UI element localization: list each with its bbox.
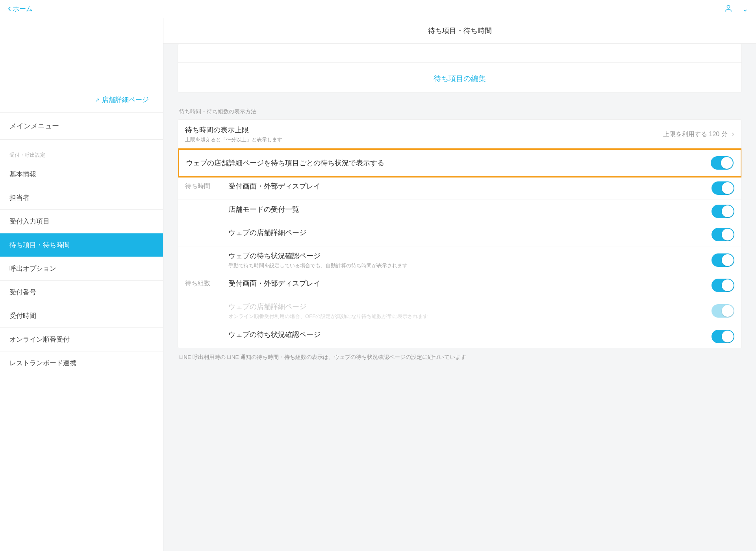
wait-time-limit-value: 上限を利用する 120 分 <box>663 130 728 139</box>
sidebar-item[interactable]: 待ち項目・待ち時間 <box>0 233 163 257</box>
sidebar-item[interactable]: 基本情報 <box>0 163 163 186</box>
wait-count-group-label <box>185 302 228 303</box>
show-per-item-status-row: ウェブの店舗詳細ページを待ち項目ごとの待ち状況で表示する <box>178 148 742 178</box>
toggle-switch[interactable] <box>712 228 734 241</box>
sidebar-top: ↗ 店舗詳細ページ <box>0 18 163 113</box>
setting-row: ウェブの店舗詳細ページオンライン順番受付利用の場合、OFFの設定が無効になり待ち… <box>178 297 741 325</box>
main-scroll[interactable]: 待ち項目の編集 待ち時間・待ち組数の表示方法 待ち時間の表示上限 上限を超えると… <box>163 44 756 551</box>
chevron-left-icon: ‹ <box>8 4 11 13</box>
toggle-switch[interactable] <box>712 205 734 218</box>
wait-time-limit-label: 待ち時間の表示上限 <box>185 125 663 135</box>
edit-card: 待ち項目の編集 <box>178 44 742 92</box>
display-method-section-label: 待ち時間・待ち組数の表示方法 <box>179 108 740 115</box>
setting-label: ウェブの店舗詳細ページ <box>228 228 712 237</box>
sidebar-item[interactable]: 呼出オプション <box>0 257 163 281</box>
setting-label: 店舗モードの受付一覧 <box>228 205 712 214</box>
back-label: ホーム <box>13 4 33 13</box>
store-details-link[interactable]: ↗ 店舗詳細ページ <box>95 95 149 104</box>
topbar: ‹ ホーム ⌄ <box>0 0 756 18</box>
setting-row: 待ち組数受付画面・外部ディスプレイ <box>178 274 741 297</box>
wait-count-group-label: 待ち組数 <box>185 279 228 288</box>
wait-time-group-label <box>185 251 228 252</box>
user-icon[interactable] <box>724 4 733 14</box>
chevron-down-icon[interactable]: ⌄ <box>742 5 748 13</box>
toggle-show-per-item-status[interactable] <box>711 156 734 170</box>
sidebar-section-heading: 受付・呼出設定 <box>0 140 163 163</box>
setting-label: 受付画面・外部ディスプレイ <box>228 181 712 191</box>
store-link-label: 店舗詳細ページ <box>102 95 149 104</box>
toggle-switch[interactable] <box>712 253 734 267</box>
sidebar-item[interactable]: 受付番号 <box>0 281 163 304</box>
wait-time-group-label <box>185 228 228 229</box>
wait-time-limit-sub: 上限を超えると「〜分以上」と表示します <box>185 136 663 143</box>
setting-sub: オンライン順番受付利用の場合、OFFの設定が無効になり待ち組数が常に表示されます <box>228 313 712 320</box>
sidebar-main-heading[interactable]: メインメニュー <box>0 113 163 140</box>
wait-time-limit-row[interactable]: 待ち時間の表示上限 上限を超えると「〜分以上」と表示します 上限を利用する 12… <box>178 120 741 149</box>
edit-wait-items-link[interactable]: 待ち項目の編集 <box>178 62 741 92</box>
wait-time-group-label: 待ち時間 <box>185 181 228 190</box>
page-title: 待ち項目・待ち時間 <box>163 18 756 44</box>
settings-list: 待ち時間の表示上限 上限を超えると「〜分以上」と表示します 上限を利用する 12… <box>178 119 742 348</box>
toggle-switch[interactable] <box>712 279 734 292</box>
chevron-right-icon: › <box>732 129 734 139</box>
sidebar-item[interactable]: 受付時間 <box>0 304 163 328</box>
toggle-switch <box>712 304 734 318</box>
main-pane: 待ち項目・待ち時間 待ち項目の編集 待ち時間・待ち組数の表示方法 待ち時間の表示… <box>163 18 756 551</box>
sidebar-item[interactable]: オンライン順番受付 <box>0 328 163 351</box>
toggle-switch[interactable] <box>712 330 734 343</box>
setting-label: 受付画面・外部ディスプレイ <box>228 279 712 288</box>
toggle-switch[interactable] <box>712 181 734 195</box>
back-button[interactable]: ‹ ホーム <box>8 4 33 13</box>
sidebar-item[interactable]: レストランボード連携 <box>0 351 163 375</box>
setting-row: ウェブの待ち状況確認ページ <box>178 325 741 348</box>
setting-row: 店舗モードの受付一覧 <box>178 200 741 223</box>
topbar-right: ⌄ <box>724 4 748 14</box>
setting-row: ウェブの店舗詳細ページ <box>178 223 741 246</box>
setting-row: 待ち時間受付画面・外部ディスプレイ <box>178 177 741 200</box>
setting-label: ウェブの待ち状況確認ページ <box>228 330 712 339</box>
setting-label: ウェブの店舗詳細ページ <box>228 302 712 311</box>
setting-row: ウェブの待ち状況確認ページ手動で待ち時間を設定している場合でも、自動計算の待ち時… <box>178 246 741 274</box>
sidebar: ↗ 店舗詳細ページ メインメニュー 受付・呼出設定 基本情報担当者受付入力項目待… <box>0 18 163 551</box>
line-footnote: LINE 呼出利用時の LINE 通知の待ち時間・待ち組数の表示は、ウェブの待ち… <box>179 354 740 361</box>
setting-sub: 手動で待ち時間を設定している場合でも、自動計算の待ち時間が表示されます <box>228 262 712 269</box>
wait-count-group-label <box>185 330 228 331</box>
external-link-icon: ↗ <box>95 97 100 103</box>
wait-time-group-label <box>185 205 228 205</box>
setting-label: ウェブの待ち状況確認ページ <box>228 251 712 261</box>
sidebar-item[interactable]: 受付入力項目 <box>0 210 163 233</box>
show-per-item-status-label: ウェブの店舗詳細ページを待ち項目ごとの待ち状況で表示する <box>186 158 711 168</box>
sidebar-item[interactable]: 担当者 <box>0 186 163 210</box>
svg-point-0 <box>727 5 730 8</box>
